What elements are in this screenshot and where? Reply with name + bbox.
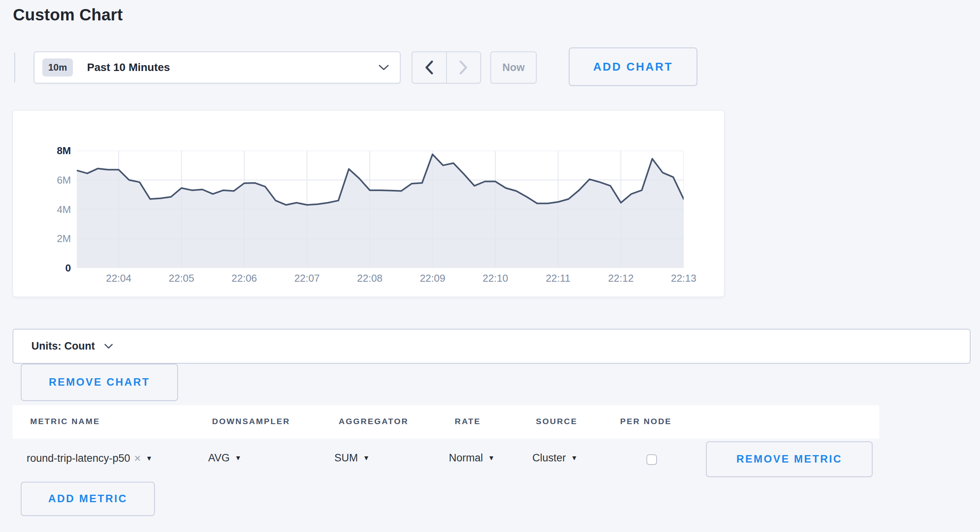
x-axis-tick-label: 22:06 [217,272,272,284]
caret-down-icon: ▼ [488,455,495,461]
x-axis-tick-label: 22:13 [656,272,711,284]
per-node-checkbox[interactable] [646,454,657,465]
prev-timespan-button[interactable] [412,52,446,83]
caret-down-icon: ▼ [146,455,152,462]
now-button[interactable]: Now [490,51,537,84]
chart-card: 8M6M4M2M0 22:0422:0522:0622:0722:0822:09… [13,110,724,297]
time-range-dropdown[interactable]: 10m Past 10 Minutes [34,51,401,84]
downsampler-value: AVG [208,452,230,464]
metric-name-value: round-trip-latency-p50 [27,452,130,465]
chevron-down-icon [379,64,389,71]
y-axis-tick-label: 2M [24,233,71,244]
toolbar-accent-divider [14,53,15,82]
x-axis-tick-label: 22:09 [405,272,460,284]
x-axis-tick-label: 22:10 [468,272,523,284]
x-axis-tick-label: 22:05 [154,272,209,284]
column-header-aggregator: AGGREGATOR [339,417,408,426]
caret-down-icon: ▼ [235,455,241,461]
time-pager [412,51,481,84]
column-header-metric-name: METRIC NAME [30,417,100,426]
caret-down-icon: ▼ [571,455,578,461]
source-dropdown[interactable]: Cluster ▼ [532,452,577,464]
downsampler-dropdown[interactable]: AVG ▼ [208,452,241,464]
remove-chart-button[interactable]: REMOVE CHART [21,364,178,401]
page-title: Custom Chart [13,5,123,24]
y-axis-tick-label: 8M [24,145,71,157]
chevron-right-icon [459,60,468,75]
metric-name-dropdown[interactable]: round-trip-latency-p50 × ▼ [27,452,152,465]
column-header-source: SOURCE [536,417,577,426]
aggregator-value: SUM [334,452,358,464]
aggregator-dropdown[interactable]: SUM ▼ [334,452,370,464]
rate-value: Normal [449,452,483,464]
x-axis-tick-label: 22:04 [91,272,146,284]
x-axis-tick-label: 22:07 [279,272,334,284]
x-axis-tick-label: 22:11 [531,272,586,284]
chevron-down-icon [104,344,113,349]
caret-down-icon: ▼ [363,455,370,461]
x-axis-tick-label: 22:12 [593,272,648,284]
units-dropdown[interactable]: Units: Count [13,329,971,364]
remove-metric-button[interactable]: REMOVE METRIC [706,441,873,477]
timeseries-svg [77,151,684,268]
next-timespan-button[interactable] [446,52,481,83]
timeseries-chart[interactable] [77,151,684,268]
y-axis-tick-label: 6M [24,174,71,186]
add-metric-button[interactable]: ADD METRIC [21,482,155,516]
clear-metric-icon[interactable]: × [134,452,141,465]
x-axis-tick-label: 22:08 [342,272,397,284]
y-axis-tick-label: 0 [24,262,71,274]
time-range-selected-label: Past 10 Minutes [87,61,170,74]
add-chart-button[interactable]: ADD CHART [569,47,697,86]
column-header-rate: RATE [455,417,481,426]
source-value: Cluster [532,452,566,464]
rate-dropdown[interactable]: Normal ▼ [449,452,495,464]
chevron-left-icon [425,60,434,75]
column-header-downsampler: DOWNSAMPLER [212,417,290,426]
units-label: Units: Count [31,340,95,352]
time-window-badge: 10m [42,58,73,77]
y-axis-tick-label: 4M [24,204,71,215]
metrics-table-header [13,405,879,439]
column-header-per-node: PER NODE [620,417,672,426]
